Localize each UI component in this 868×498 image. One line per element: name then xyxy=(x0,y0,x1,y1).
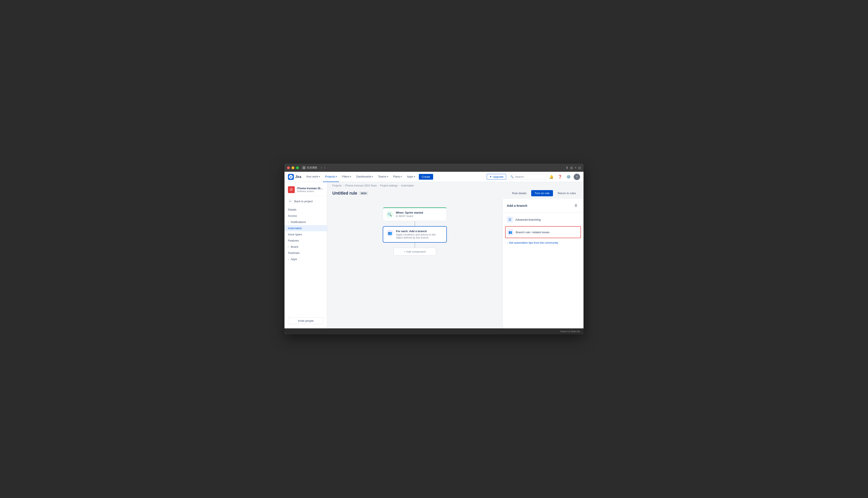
topnav: Jira Your work ▾ Projects ▾ Filters ▾ Da… xyxy=(284,172,584,182)
breadcrumb-sep-1: / xyxy=(343,184,343,187)
panel-item-label-advanced: Advanced branching xyxy=(515,218,541,221)
footer: Yuehu Lin (fntsr.tw) xyxy=(284,328,584,335)
nav-projects[interactable]: Projects ▾ xyxy=(323,172,339,182)
upgrade-star-icon: ✦ xyxy=(489,175,492,179)
chevron-down-icon: ▾ xyxy=(336,175,337,178)
trigger-card[interactable]: 🔍 When: Sprint started In IM24T board xyxy=(383,207,447,221)
jira-logo-text: Jira xyxy=(295,175,301,179)
breadcrumb-settings[interactable]: Project settings xyxy=(380,184,398,187)
nav-your-work[interactable]: Your work ▾ xyxy=(304,172,322,182)
branch-card[interactable]: 👥 For each: Add a branch Apply condition… xyxy=(383,226,447,243)
page-header: Untitled rule NEW Rule details Turn on r… xyxy=(327,189,584,199)
sidebar-item-toolchain[interactable]: Toolchain xyxy=(284,250,327,256)
sidebar-item-automation[interactable]: Automation xyxy=(284,225,327,231)
project-info: iThome Ironman 2024 ... Software project xyxy=(297,187,323,193)
canvas: 🔍 When: Sprint started In IM24T board 👥 xyxy=(327,199,502,328)
minimize-button[interactable] xyxy=(292,167,294,169)
maximize-button[interactable] xyxy=(296,167,299,169)
footer-user: Yuehu Lin (fntsr.tw) xyxy=(560,330,580,333)
list-icon: ☰ xyxy=(507,217,513,223)
sidebar-item-apps[interactable]: › Apps xyxy=(284,256,327,262)
titlebar-nav: ‹ › xyxy=(321,166,326,170)
chevron-down-icon: ▾ xyxy=(414,175,415,178)
sidebar-item-access[interactable]: Access xyxy=(284,213,327,219)
jira-logo-icon xyxy=(288,174,294,180)
add-tab-button[interactable]: + xyxy=(575,166,576,170)
breadcrumb-team[interactable]: iThome Ironman 2024 Team xyxy=(345,184,377,187)
branch-content: For each: Add a branch Apply conditions … xyxy=(396,230,443,239)
chevron-down-icon: ▾ xyxy=(350,175,351,178)
sidebar-spacer xyxy=(284,262,327,316)
user-avatar[interactable]: Y xyxy=(574,174,580,180)
breadcrumb-projects[interactable]: Projects xyxy=(332,184,342,187)
nav-teams[interactable]: Teams ▾ xyxy=(376,172,390,182)
back-nav-button[interactable]: ‹ xyxy=(321,166,322,170)
sidebar-item-notifications[interactable]: › Notifications xyxy=(284,219,327,225)
invite-people-button[interactable]: Invite people xyxy=(288,317,323,324)
panel-header: Add a branch 🗑 xyxy=(502,199,584,212)
add-component-button[interactable]: + Add component xyxy=(393,248,436,255)
window-icon: ⊞ xyxy=(302,166,306,169)
titlebar-right: ⬆ ⊞ + ⊟ xyxy=(565,166,581,170)
breadcrumb-current: Automation xyxy=(401,184,414,187)
return-to-rules-button[interactable]: Return to rules xyxy=(555,190,578,196)
sidebar-item-features[interactable]: Features xyxy=(284,237,327,244)
new-badge: NEW xyxy=(359,192,368,195)
chevron-right-icon: › xyxy=(288,221,289,223)
trigger-content: When: Sprint started In IM24T board xyxy=(396,211,443,218)
delete-button[interactable]: 🗑 xyxy=(573,202,579,209)
back-icon: ↩ xyxy=(288,199,293,204)
sidebar-project: iT iThome Ironman 2024 ... Software proj… xyxy=(284,185,327,196)
panel-item-label-branch: Branch rule / related issues xyxy=(516,231,550,234)
forward-nav-button[interactable]: › xyxy=(324,166,326,170)
project-name: iThome Ironman 2024 ... xyxy=(297,187,323,190)
newwindow-button[interactable]: ⊞ xyxy=(570,166,573,170)
settings-button[interactable]: ⚙️ xyxy=(565,173,572,180)
search-bar[interactable]: 🔍 Search xyxy=(508,174,546,180)
close-button[interactable] xyxy=(287,167,290,169)
sidebar: iT iThome Ironman 2024 ... Software proj… xyxy=(284,182,327,328)
nav-apps[interactable]: Apps ▾ xyxy=(405,172,417,182)
branch-subtitle: Apply conditions and actions to the obje… xyxy=(396,233,443,239)
share-button[interactable]: ⬆ xyxy=(565,166,569,170)
breadcrumb-sep-3: / xyxy=(399,184,400,187)
panel-list: ☰ Advanced branching 👥 Branch rule / rel… xyxy=(502,212,584,328)
project-type: Software project xyxy=(297,190,323,193)
chevron-right-icon: › xyxy=(288,258,289,260)
community-tips-link[interactable]: › Get automation tips from the community xyxy=(502,239,584,247)
trigger-icon: 🔍 xyxy=(386,211,393,218)
turn-on-rule-button[interactable]: Turn on rule xyxy=(531,190,553,196)
breadcrumb-sep-2: / xyxy=(378,184,379,187)
search-icon: 🔍 xyxy=(510,175,514,179)
panel-item-advanced-branching[interactable]: ☰ Advanced branching xyxy=(502,214,584,225)
topnav-right: ✦ Upgrade 🔍 Search 🔔 ❓ ⚙️ Y xyxy=(487,173,580,180)
notifications-bell-button[interactable]: 🔔 xyxy=(548,173,555,180)
main-layout: iT iThome Ironman 2024 ... Software proj… xyxy=(284,182,584,328)
flow-container: 🔍 When: Sprint started In IM24T board 👥 xyxy=(383,207,447,255)
project-icon: iT xyxy=(288,186,295,193)
help-button[interactable]: ❓ xyxy=(557,173,563,180)
nav-dashboards[interactable]: Dashboards ▾ xyxy=(354,172,375,182)
grid-button[interactable]: ⊟ xyxy=(578,166,581,170)
back-to-project[interactable]: ↩ Back to project xyxy=(284,198,327,205)
panel-item-branch-rule[interactable]: 👥 Branch rule / related issues xyxy=(505,226,581,238)
sidebar-item-issue-types[interactable]: Issue types xyxy=(284,231,327,237)
chevron-down-icon: ▾ xyxy=(372,175,373,178)
breadcrumb: Projects / iThome Ironman 2024 Team / Pr… xyxy=(327,182,584,189)
nav-filters[interactable]: Filters ▾ xyxy=(340,172,353,182)
upgrade-button[interactable]: ✦ Upgrade xyxy=(487,174,506,180)
people-icon: 👥 xyxy=(507,229,513,235)
create-button[interactable]: Create xyxy=(419,174,433,180)
jira-svg xyxy=(289,175,293,179)
main-content: Projects / iThome Ironman 2024 Team / Pr… xyxy=(327,182,584,328)
nav-plans[interactable]: Plans ▾ xyxy=(391,172,404,182)
trigger-subtitle: In IM24T board xyxy=(396,215,443,218)
jira-logo[interactable]: Jira xyxy=(288,174,301,180)
chevron-right-icon: › xyxy=(288,246,289,248)
header-actions: Rule details Turn on rule Return to rule… xyxy=(509,190,578,196)
sidebar-item-details[interactable]: Details xyxy=(284,207,327,213)
window-title: ⊞ 私密瀏覽 xyxy=(302,166,317,170)
rule-details-button[interactable]: Rule details xyxy=(509,190,529,196)
branch-title: For each: Add a branch xyxy=(396,230,443,233)
sidebar-item-board[interactable]: › Board xyxy=(284,244,327,250)
